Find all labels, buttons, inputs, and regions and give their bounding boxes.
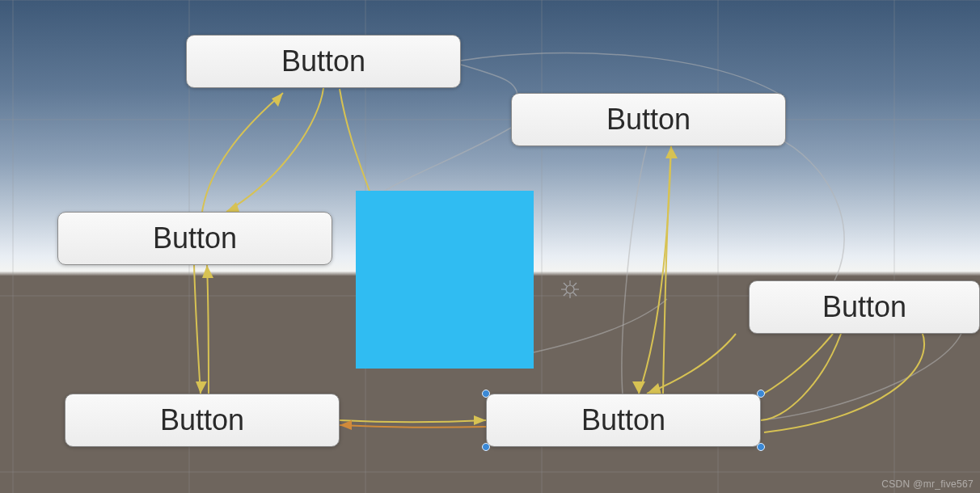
svg-marker-14 (474, 415, 486, 425)
button-label: Button (160, 403, 244, 437)
svg-marker-12 (196, 381, 207, 394)
svg-marker-17 (665, 146, 678, 158)
button-label: Button (153, 221, 237, 255)
button-label: Button (606, 103, 691, 137)
ui-button-2[interactable]: Button (511, 93, 786, 146)
svg-line-24 (564, 283, 567, 286)
svg-marker-16 (632, 381, 645, 394)
button-label: Button (822, 290, 906, 324)
svg-point-19 (566, 285, 574, 293)
svg-marker-18 (340, 420, 352, 430)
svg-line-26 (564, 293, 567, 296)
ui-button-6[interactable]: Button (486, 394, 761, 447)
watermark-text: CSDN @mr_five567 (881, 478, 974, 490)
pivot-gizmo-icon (561, 280, 579, 298)
ui-panel[interactable] (356, 191, 534, 369)
button-label: Button (581, 403, 665, 437)
svg-marker-15 (647, 383, 661, 394)
svg-line-27 (573, 283, 577, 286)
ui-button-3[interactable]: Button (57, 212, 332, 265)
svg-marker-13 (202, 265, 213, 278)
ui-button-4[interactable]: Button (749, 280, 980, 334)
svg-line-25 (573, 293, 577, 296)
unity-scene-view[interactable]: Button Button Button Button Button Butto… (0, 0, 980, 493)
svg-marker-11 (272, 93, 283, 107)
ui-button-5[interactable]: Button (65, 394, 340, 447)
button-label: Button (281, 44, 365, 78)
ui-button-1[interactable]: Button (186, 35, 461, 88)
svg-marker-10 (226, 202, 239, 212)
